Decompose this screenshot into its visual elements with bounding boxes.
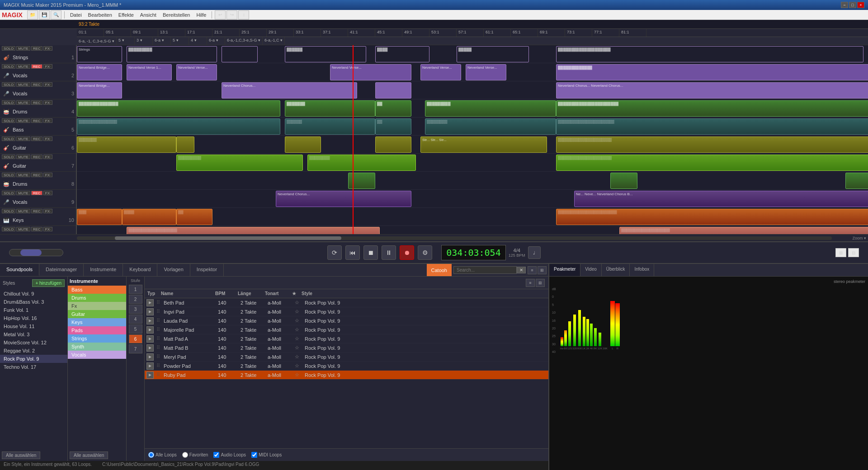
style-hiphop[interactable]: HipHop Vol. 16 bbox=[0, 314, 67, 322]
loop-star-8[interactable]: ☆ bbox=[292, 371, 302, 379]
catooh-button[interactable]: Catooh bbox=[427, 264, 452, 276]
rec-btn-1[interactable]: REC bbox=[31, 46, 42, 51]
block-drums4-1[interactable]: ▓▓▓▓▓▓▓▓▓▓▓▓▓▓▓ bbox=[77, 100, 280, 117]
close-button[interactable]: × bbox=[857, 2, 864, 8]
loop-star-6[interactable]: ☆ bbox=[292, 352, 302, 361]
loop-star-3[interactable]: ☆ bbox=[292, 325, 302, 334]
mute-btn-11[interactable]: MUTE bbox=[16, 227, 30, 231]
block-strings-7[interactable]: ▓▓▓▓▓▓▓▓▓▓▓▓▓▓▓▓▓▓▓▓ bbox=[556, 46, 863, 62]
fx-btn-5[interactable]: FX· bbox=[43, 118, 52, 123]
tab-inspektor[interactable]: Inspektor bbox=[190, 264, 224, 276]
block-keys10-4[interactable]: ▒▒▒▒▒▒▒▒▒▒▒▒▒▒▒▒▒▒▒▒▒▒▒ bbox=[556, 209, 868, 225]
solo-btn-8[interactable]: SOLO bbox=[2, 173, 15, 177]
tab-peakmeter[interactable]: Peakmeter bbox=[549, 264, 580, 276]
fx-btn-9[interactable]: FX· bbox=[43, 191, 52, 195]
loop-drag-4[interactable]: ⠿ bbox=[156, 336, 161, 342]
style-metal[interactable]: Metal Vol. 3 bbox=[0, 330, 67, 338]
toolbar-save-btn[interactable]: 💾 bbox=[39, 10, 50, 19]
block-bass5-2[interactable]: ▒▒▒▒▒▒ bbox=[285, 118, 375, 135]
scrollbar-thumb[interactable] bbox=[115, 236, 341, 240]
fx-btn-3[interactable]: FX· bbox=[43, 82, 52, 87]
minimize-button[interactable]: − bbox=[841, 2, 848, 8]
instrument-keys[interactable]: Keys bbox=[68, 318, 126, 326]
solo-btn-2[interactable]: SOLO bbox=[2, 64, 15, 69]
fx-btn-6[interactable]: FX· bbox=[43, 136, 52, 141]
col-key[interactable]: Tonart bbox=[262, 290, 289, 297]
fx-btn-2[interactable]: FX· bbox=[43, 64, 52, 69]
instrument-fx[interactable]: Fx bbox=[68, 302, 126, 310]
style-techno[interactable]: Techno Vol. 17 bbox=[0, 363, 67, 371]
stufe-2[interactable]: 2 bbox=[129, 295, 142, 304]
solo-btn-6[interactable]: SOLO bbox=[2, 136, 15, 141]
loop-star-1[interactable]: ☆ bbox=[292, 307, 302, 316]
block-vocals9-1[interactable]: Neverland Chorus... bbox=[276, 191, 411, 207]
menu-ansicht[interactable]: Ansicht bbox=[137, 11, 159, 19]
block-bass5-3[interactable]: ▒▒ bbox=[375, 118, 411, 135]
mute-btn-4[interactable]: MUTE bbox=[16, 100, 30, 105]
stufe-1[interactable]: 1 bbox=[129, 285, 142, 294]
col-length[interactable]: Länge bbox=[235, 290, 262, 297]
rec-btn-7[interactable]: REC bbox=[31, 155, 42, 159]
block-vocals2-1[interactable]: Neverland Bridge... bbox=[77, 64, 122, 80]
block-strings-2[interactable]: ▓▓▓▓▓▓▓▓▓ bbox=[127, 46, 217, 62]
mute-btn-3[interactable]: MUTE bbox=[16, 82, 30, 87]
search-input[interactable] bbox=[453, 266, 517, 274]
rec-btn-4[interactable]: REC bbox=[31, 100, 42, 105]
solo-btn-5[interactable]: SOLO bbox=[2, 118, 15, 123]
mute-btn-10[interactable]: MUTE bbox=[16, 209, 30, 213]
loop-drag-3[interactable]: ⠿ bbox=[156, 327, 161, 333]
style-house[interactable]: House Vol. 11 bbox=[0, 322, 67, 330]
loop-drag-2[interactable]: ⠿ bbox=[156, 318, 161, 324]
solo-btn-4[interactable]: SOLO bbox=[2, 100, 15, 105]
loop-star-5[interactable]: ☆ bbox=[292, 343, 302, 352]
loop-star-2[interactable]: ☆ bbox=[292, 316, 302, 325]
loop-drag-8[interactable]: ⠿ bbox=[156, 372, 161, 378]
solo-btn-7[interactable]: SOLO bbox=[2, 155, 15, 159]
loop-drag-0[interactable]: ⠿ bbox=[156, 300, 161, 306]
fx-btn-8[interactable]: FX· bbox=[43, 173, 52, 177]
filter-all-radio[interactable] bbox=[148, 452, 154, 458]
loop-grid-view-btn[interactable]: ⊞ bbox=[536, 279, 545, 287]
loop-drag-6[interactable]: ⠿ bbox=[156, 354, 161, 360]
instrument-pads[interactable]: Pads bbox=[68, 326, 126, 334]
instrument-vocals[interactable]: Vocals bbox=[68, 351, 126, 359]
filter-midi-check[interactable] bbox=[251, 452, 257, 458]
block-strings-6[interactable]: ▓▓▓▓▓ bbox=[457, 46, 529, 62]
solo-btn-9[interactable]: SOLO bbox=[2, 191, 15, 195]
block-guitar6-2[interactable] bbox=[176, 136, 194, 153]
metronome-btn[interactable]: ♩ bbox=[528, 246, 541, 259]
stufe-6[interactable]: 6 bbox=[129, 334, 142, 343]
loop-drag-5[interactable]: ⠿ bbox=[156, 345, 161, 351]
menu-bereitstellen[interactable]: Bereitstellen bbox=[160, 11, 193, 19]
stop-btn[interactable]: ⏹ bbox=[363, 245, 378, 260]
mute-btn-9[interactable]: MUTE bbox=[16, 191, 30, 195]
view-list-btn[interactable]: ⊟ bbox=[848, 248, 859, 257]
block-pads11-1[interactable]: ▒▒▒▒▒▒▒▒▒▒▒▒▒▒▒▒▒▒▒ bbox=[127, 227, 380, 234]
block-vocals2-6[interactable]: Neverland Verse... bbox=[466, 64, 506, 80]
col-bpm[interactable]: BPM bbox=[212, 290, 235, 297]
loop-play-6[interactable]: ▶ bbox=[146, 353, 154, 361]
instrument-strings[interactable]: Strings bbox=[68, 334, 126, 343]
loop-play-7[interactable]: ▶ bbox=[146, 362, 154, 370]
fx-btn-7[interactable]: FX· bbox=[43, 155, 52, 159]
rec-btn-2[interactable]: REC bbox=[31, 64, 42, 69]
block-guitar6-3[interactable] bbox=[285, 136, 321, 153]
menu-datei[interactable]: Datei bbox=[67, 11, 85, 19]
loop-play-8[interactable]: ▶ bbox=[146, 371, 154, 379]
instrument-bass[interactable]: Bass bbox=[68, 286, 126, 294]
block-vocals3-3[interactable] bbox=[375, 82, 411, 99]
list-view-btn[interactable]: ≡ bbox=[528, 266, 537, 274]
block-guitar7-2[interactable]: ▒▒▒▒▒▒▒▒ bbox=[307, 155, 416, 171]
grid-view-btn[interactable]: ⊞ bbox=[538, 266, 547, 274]
select-all-btn[interactable]: Alle auswählen bbox=[70, 451, 108, 459]
tab-infobox[interactable]: Infobox bbox=[630, 264, 654, 276]
settings-btn[interactable]: ⚙ bbox=[418, 245, 432, 260]
block-guitar6-6[interactable]: ▒▒▒▒▒▒▒▒▒▒▒▒▒▒▒▒▒▒▒▒▒ bbox=[556, 136, 868, 153]
mute-btn-1[interactable]: MUTE bbox=[16, 46, 30, 51]
mute-btn-2[interactable]: MUTE bbox=[16, 64, 30, 69]
loop-play-0[interactable]: ▶ bbox=[146, 299, 154, 306]
loop-play-1[interactable]: ▶ bbox=[146, 308, 154, 315]
tab-uberblick[interactable]: Überblick bbox=[602, 264, 630, 276]
tab-instrumente[interactable]: Instrumente bbox=[84, 264, 123, 276]
col-name[interactable]: Name bbox=[158, 290, 212, 297]
